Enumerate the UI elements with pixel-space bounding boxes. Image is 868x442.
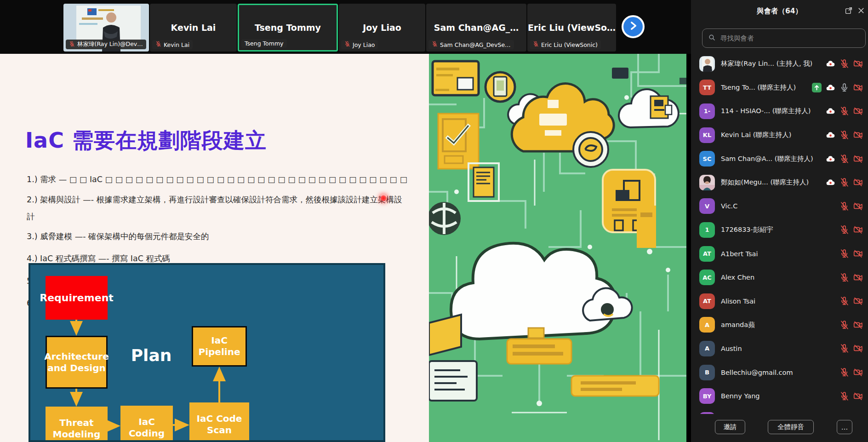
flowchart-node-iac-coding: IaC Coding: [120, 406, 173, 442]
participant-status-icons: [826, 130, 863, 140]
tile-name-label: Joy Liao: [341, 40, 378, 49]
panel-footer: 邀請 全體靜音 …: [691, 414, 868, 442]
participant-row[interactable]: Aamanda蘋: [691, 313, 868, 337]
cloud-recording-icon: [826, 83, 835, 92]
participant-status-icons: [826, 106, 863, 116]
camera-off-icon: [853, 367, 863, 377]
mic-off-icon: [839, 320, 849, 330]
participant-name: Sam Chan@A... (聯席主持人): [721, 155, 826, 163]
participants-panel: 與會者（64） 林家瑋(Ray Lin... (主持人, 我)TTTseng T…: [691, 0, 868, 442]
flowchart-node-iac-code-scan: IaC Code Scan: [189, 402, 249, 442]
participant-name: Austin: [721, 345, 839, 352]
camera-off-icon: [853, 320, 863, 330]
participant-row[interactable]: ATAlison Tsai: [691, 289, 868, 313]
mic-off-icon: [839, 225, 849, 235]
participants-panel-title: 與會者（64）: [691, 6, 868, 16]
video-tile[interactable]: Eric Liu (ViewSo…Eric Liu (ViewSonic): [527, 4, 616, 52]
avatar: A: [699, 317, 715, 333]
participant-name: Vic.C: [721, 202, 839, 210]
participant-list[interactable]: 林家瑋(Ray Lin... (主持人, 我)TTTseng To... (聯席…: [691, 52, 868, 414]
participant-status-icons: [839, 225, 863, 235]
participant-row[interactable]: ACAlex Chen: [691, 265, 868, 289]
more-options-button[interactable]: …: [837, 420, 852, 434]
participant-name: A1bert Tsai: [721, 250, 839, 258]
participant-name: 114 - HSIAO-... (聯席主持人): [721, 107, 826, 115]
slide-bullet-2: 2.) 架構與設計 —- 根據需求建立架構，再進行設計審查以確保設計符合需求，然…: [27, 191, 406, 225]
next-participants-button[interactable]: [622, 15, 645, 38]
camera-off-icon: [853, 296, 863, 306]
slide-title: IaC 需要在規劃階段建立: [25, 126, 267, 155]
avatar: AC: [699, 270, 715, 285]
participant-row[interactable]: BYBenny Yang: [691, 384, 868, 408]
slide-bullet-3: 3.) 威脅建模 —- 確保架構中的每個元件都是安全的: [27, 231, 209, 242]
participant-status-icons: [826, 178, 863, 187]
flowchart-node-threat-modeling: Threat Modeling: [46, 407, 108, 442]
video-tile[interactable]: Sam Chan@AG_…Sam Chan@AG_DevSe…: [426, 4, 526, 52]
participant-search[interactable]: [702, 29, 866, 48]
close-icon[interactable]: [857, 6, 865, 15]
video-tile[interactable]: Joy LiaoJoy Liao: [339, 4, 425, 52]
camera-off-icon: [853, 225, 863, 235]
camera-off-icon: [853, 83, 863, 92]
participant-status-icons: [839, 249, 863, 258]
participant-row[interactable]: TTTseng To... (聯席主持人): [691, 76, 868, 100]
participant-name: amanda蘋: [721, 321, 839, 329]
avatar: 1: [699, 222, 715, 238]
cloud-recording-icon: [826, 106, 835, 116]
cloud-recording-icon: [826, 130, 835, 140]
camera-off-icon: [853, 154, 863, 164]
participant-name: Bellechiu@gmail.com: [721, 369, 839, 376]
participant-row[interactable]: SCSam Chan@A... (聯席主持人): [691, 147, 868, 171]
participant-status-icons: [839, 367, 863, 377]
search-input[interactable]: [720, 34, 860, 42]
mic-off-icon: [432, 41, 438, 48]
panel-actions: [845, 6, 865, 15]
participant-status-icons: [839, 320, 863, 330]
tile-name-label: Kevin Lai: [152, 40, 193, 49]
invite-button[interactable]: 邀請: [715, 420, 745, 434]
chevron-right-icon: [627, 20, 639, 34]
mic-off-icon: [839, 59, 849, 69]
flowchart: Requirement Architecture and Design Thre…: [29, 263, 385, 442]
mic-off-icon: [839, 178, 849, 187]
participant-row[interactable]: 1-114 - HSIAO-... (聯席主持人): [691, 99, 868, 123]
camera-off-icon: [853, 201, 863, 211]
participant-status-icons: [826, 154, 863, 164]
camera-off-icon: [853, 106, 863, 116]
video-strip-bar: 林家瑋(Ray Lin)@Dev…Kevin LaiKevin LaiTseng…: [0, 0, 691, 54]
iac-illustration: [429, 54, 686, 442]
video-tile[interactable]: Tseng TommyTseng Tommy: [238, 4, 338, 52]
avatar: [699, 56, 715, 72]
tile-name-text: Eric Liu (ViewSonic): [541, 41, 598, 48]
participant-status-icons: [839, 391, 863, 401]
video-tile[interactable]: 林家瑋(Ray Lin)@Dev…: [63, 4, 149, 52]
mic-off-icon: [155, 41, 161, 48]
mute-all-button[interactable]: 全體靜音: [768, 420, 814, 434]
mic-off-icon: [839, 296, 849, 306]
laser-pointer-dot: [380, 195, 387, 202]
participant-row[interactable]: 11726833-彭紹宇: [691, 218, 868, 242]
video-tile[interactable]: Kevin LaiKevin Lai: [150, 4, 237, 52]
camera-off-icon: [853, 249, 863, 258]
tile-name-text: Sam Chan@AG_DevSe…: [440, 41, 511, 48]
mic-off-icon: [839, 154, 849, 164]
mic-off-icon: [839, 367, 849, 377]
participant-row[interactable]: 鄭如如(Megu... (聯席主持人): [691, 171, 868, 195]
participant-row[interactable]: 林家瑋(Ray Lin... (主持人, 我): [691, 52, 868, 76]
participant-row[interactable]: VVic.C: [691, 195, 868, 218]
popout-icon[interactable]: [845, 6, 853, 15]
participant-row[interactable]: KLKevin Lai (聯席主持人): [691, 123, 868, 147]
camera-off-icon: [853, 391, 863, 401]
participant-row[interactable]: BBellechiu@gmail.com: [691, 361, 868, 385]
tile-name-label: 林家瑋(Ray Lin)@Dev…: [66, 40, 146, 49]
participant-row[interactable]: ATA1bert Tsai: [691, 242, 868, 266]
participant-row[interactable]: AAustin: [691, 337, 868, 361]
participant-name: Alex Chen: [721, 274, 839, 281]
participant-row[interactable]: [691, 408, 868, 414]
mic-off-icon: [839, 273, 849, 282]
mic-off-icon: [839, 249, 849, 258]
participant-status-icons: [839, 273, 863, 282]
avatar: [699, 175, 715, 190]
avatar: KL: [699, 127, 715, 143]
mic-off-icon: [839, 344, 849, 353]
